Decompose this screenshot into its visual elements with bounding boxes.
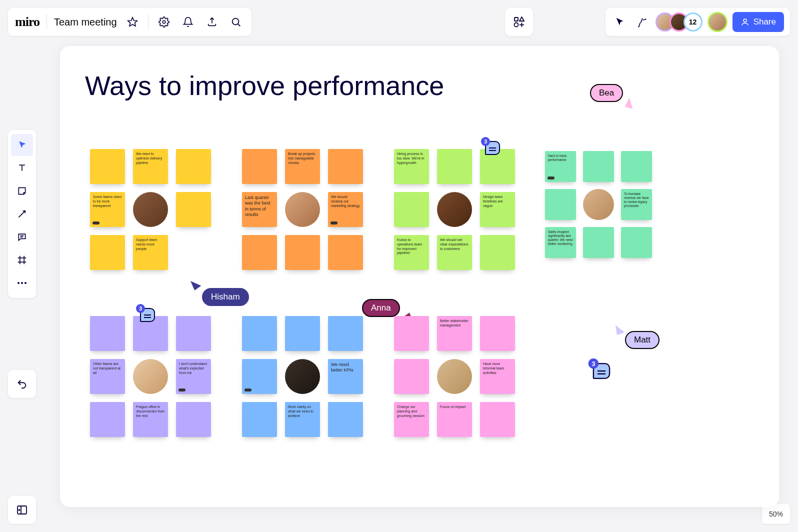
sticky-note[interactable]: Have more informal team activities [480, 359, 515, 394]
frame-title[interactable]: Ways to improve performance [85, 70, 444, 101]
sticky-note[interactable] [480, 316, 515, 351]
sticky-note[interactable] [90, 316, 125, 351]
sticky-note[interactable] [328, 402, 363, 437]
comment-tool[interactable] [11, 226, 33, 248]
canvas-frame[interactable]: Ways to improve performance Bea We need … [60, 46, 779, 507]
select-tool[interactable] [11, 134, 33, 156]
cursor-mode-icon[interactable] [612, 14, 628, 30]
comment-thread-icon[interactable] [140, 308, 155, 322]
sticky-note[interactable]: Some teams need to be more transparent [90, 192, 125, 227]
cursor-label: Anna [362, 299, 400, 317]
svg-rect-5 [514, 18, 518, 21]
sticky-note[interactable] [90, 149, 125, 184]
sticky-note[interactable] [285, 316, 320, 351]
sticky-note[interactable]: Break up projects into manageable chunks [285, 149, 320, 184]
svg-point-12 [744, 19, 746, 22]
frame-tool[interactable] [11, 249, 33, 271]
comment-thread-icon[interactable] [485, 141, 500, 155]
zoom-level[interactable]: 50% [762, 504, 790, 524]
panel-toggle[interactable] [8, 496, 36, 524]
undo-button[interactable] [8, 370, 36, 398]
sticky-note[interactable]: Hard to track performance [545, 151, 576, 182]
sticky-note[interactable]: I don't understand what's expected from … [176, 359, 211, 394]
app-logo[interactable]: miro [15, 14, 40, 30]
sticky-note[interactable] [242, 359, 277, 394]
current-user-avatar[interactable] [708, 12, 728, 32]
arrow-tool[interactable] [11, 203, 33, 225]
sticky-note[interactable] [328, 149, 363, 184]
user-portrait[interactable] [437, 192, 472, 227]
sticky-note[interactable]: More clarity on what we need to achieve [285, 402, 320, 437]
sticky-note[interactable] [176, 316, 211, 351]
sticky-note[interactable] [242, 235, 277, 270]
user-portrait[interactable] [133, 192, 168, 227]
sticky-note[interactable] [176, 402, 211, 437]
sticky-note[interactable]: We should set clear expectations to cust… [437, 235, 472, 270]
comment-thread-icon[interactable] [593, 363, 610, 379]
share-label: Share [754, 17, 776, 27]
svg-marker-0 [128, 18, 136, 26]
user-portrait[interactable] [583, 189, 614, 220]
sticky-note[interactable] [242, 316, 277, 351]
user-portrait[interactable] [133, 359, 168, 394]
cursor-label: Matt [625, 331, 660, 349]
sticky-note[interactable] [242, 402, 277, 437]
user-portrait[interactable] [285, 359, 320, 394]
sticky-note[interactable]: Better stakeholder management [437, 316, 472, 351]
sticky-note[interactable]: Prague office is disconnected from the r… [133, 402, 168, 437]
sticky-note[interactable] [90, 235, 125, 270]
svg-point-21 [18, 282, 20, 284]
reactions-icon[interactable] [634, 14, 650, 30]
sticky-note[interactable] [90, 402, 125, 437]
sticky-note[interactable] [437, 149, 472, 184]
sticky-note[interactable]: We need to optimize delivery pipeline [133, 149, 168, 184]
collaborator-cursor-hisham: Hisham [202, 288, 249, 306]
notification-bell-icon[interactable] [180, 14, 196, 30]
sticky-note[interactable] [176, 192, 211, 227]
sticky-note[interactable] [583, 227, 614, 258]
apps-button[interactable] [505, 8, 533, 36]
sticky-note[interactable]: We should revamp our marketing strategy [328, 192, 363, 227]
export-icon[interactable] [204, 14, 220, 30]
sticky-note[interactable] [583, 151, 614, 182]
sticky-note[interactable]: Sales dropped significantly last quarter… [545, 227, 576, 258]
text-tool[interactable] [11, 157, 33, 179]
sticky-note[interactable]: Focus on impact [437, 402, 472, 437]
star-icon[interactable] [124, 14, 141, 30]
sticky-note[interactable] [394, 359, 429, 394]
sticky-note[interactable]: Last quarter was the best in terms of re… [242, 192, 277, 227]
sticky-note-tool[interactable] [11, 180, 33, 202]
sticky-note[interactable] [285, 235, 320, 270]
sticky-note[interactable]: Support team needs more people [133, 235, 168, 270]
user-portrait[interactable] [285, 192, 320, 227]
collaborator-cursor-bea: Bea [590, 84, 623, 102]
sticky-note[interactable] [545, 189, 576, 220]
sticky-note[interactable] [394, 192, 429, 227]
sticky-note[interactable] [480, 235, 515, 270]
sticky-note[interactable] [621, 227, 652, 258]
search-icon[interactable] [228, 14, 244, 30]
participant-avatars[interactable]: 12 [656, 12, 702, 32]
sticky-note[interactable]: Design team timelines are vague [480, 192, 515, 227]
more-tools[interactable] [11, 272, 33, 294]
sticky-note[interactable] [480, 402, 515, 437]
sticky-note[interactable]: Change our planning and grooming session [394, 402, 429, 437]
settings-icon[interactable] [156, 14, 172, 30]
sticky-note[interactable] [176, 149, 211, 184]
sticky-note[interactable] [621, 151, 652, 182]
sticky-note[interactable]: Hiring process is too slow. We're in hyp… [394, 149, 429, 184]
sticky-note[interactable]: We need better KPIs [328, 359, 363, 394]
sticky-note[interactable] [328, 235, 363, 270]
user-portrait[interactable] [437, 359, 472, 394]
board-name[interactable]: Team meeting [54, 16, 117, 28]
share-button[interactable]: Share [732, 12, 784, 32]
cursor-label: Bea [590, 84, 623, 102]
sticky-note[interactable]: To increase revenue we have to review le… [621, 189, 652, 220]
sticky-note[interactable] [328, 316, 363, 351]
sticky-note[interactable]: Kudos to operations team for improved pi… [394, 235, 429, 270]
sticky-note[interactable] [394, 316, 429, 351]
participant-overflow-count[interactable]: 12 [684, 12, 702, 32]
cursor-label: Hisham [202, 288, 249, 306]
sticky-note[interactable] [242, 149, 277, 184]
sticky-note[interactable]: Other teams are not transparent at all [90, 359, 125, 394]
